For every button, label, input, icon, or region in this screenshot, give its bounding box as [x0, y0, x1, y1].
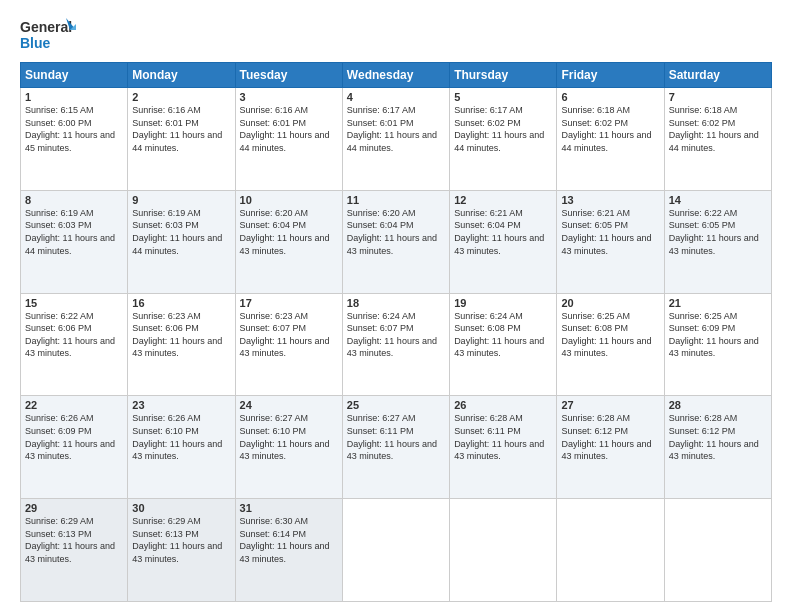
calendar-header-saturday: Saturday [664, 63, 771, 88]
calendar-cell: 10Sunrise: 6:20 AMSunset: 6:04 PMDayligh… [235, 190, 342, 293]
day-number: 6 [561, 91, 659, 103]
calendar-week-1: 1Sunrise: 6:15 AMSunset: 6:00 PMDaylight… [21, 88, 772, 191]
day-info: Sunrise: 6:16 AMSunset: 6:01 PMDaylight:… [132, 105, 222, 153]
day-info: Sunrise: 6:23 AMSunset: 6:06 PMDaylight:… [132, 311, 222, 359]
calendar-cell: 19Sunrise: 6:24 AMSunset: 6:08 PMDayligh… [450, 293, 557, 396]
calendar-cell: 20Sunrise: 6:25 AMSunset: 6:08 PMDayligh… [557, 293, 664, 396]
day-number: 3 [240, 91, 338, 103]
day-number: 17 [240, 297, 338, 309]
calendar-cell: 3Sunrise: 6:16 AMSunset: 6:01 PMDaylight… [235, 88, 342, 191]
day-info: Sunrise: 6:22 AMSunset: 6:06 PMDaylight:… [25, 311, 115, 359]
day-info: Sunrise: 6:28 AMSunset: 6:12 PMDaylight:… [561, 413, 651, 461]
day-number: 12 [454, 194, 552, 206]
day-number: 23 [132, 399, 230, 411]
page: GeneralBlue SundayMondayTuesdayWednesday… [0, 0, 792, 612]
day-number: 16 [132, 297, 230, 309]
day-info: Sunrise: 6:29 AMSunset: 6:13 PMDaylight:… [25, 516, 115, 564]
day-info: Sunrise: 6:28 AMSunset: 6:12 PMDaylight:… [669, 413, 759, 461]
calendar-cell: 5Sunrise: 6:17 AMSunset: 6:02 PMDaylight… [450, 88, 557, 191]
day-number: 24 [240, 399, 338, 411]
day-info: Sunrise: 6:24 AMSunset: 6:07 PMDaylight:… [347, 311, 437, 359]
calendar-cell [450, 499, 557, 602]
calendar-cell: 22Sunrise: 6:26 AMSunset: 6:09 PMDayligh… [21, 396, 128, 499]
calendar-week-5: 29Sunrise: 6:29 AMSunset: 6:13 PMDayligh… [21, 499, 772, 602]
day-number: 26 [454, 399, 552, 411]
calendar-cell: 18Sunrise: 6:24 AMSunset: 6:07 PMDayligh… [342, 293, 449, 396]
day-info: Sunrise: 6:21 AMSunset: 6:04 PMDaylight:… [454, 208, 544, 256]
day-info: Sunrise: 6:27 AMSunset: 6:11 PMDaylight:… [347, 413, 437, 461]
calendar-cell: 24Sunrise: 6:27 AMSunset: 6:10 PMDayligh… [235, 396, 342, 499]
calendar-cell: 16Sunrise: 6:23 AMSunset: 6:06 PMDayligh… [128, 293, 235, 396]
day-info: Sunrise: 6:30 AMSunset: 6:14 PMDaylight:… [240, 516, 330, 564]
calendar-cell: 29Sunrise: 6:29 AMSunset: 6:13 PMDayligh… [21, 499, 128, 602]
calendar-cell: 4Sunrise: 6:17 AMSunset: 6:01 PMDaylight… [342, 88, 449, 191]
calendar-cell [557, 499, 664, 602]
day-info: Sunrise: 6:17 AMSunset: 6:01 PMDaylight:… [347, 105, 437, 153]
day-number: 9 [132, 194, 230, 206]
day-info: Sunrise: 6:29 AMSunset: 6:13 PMDaylight:… [132, 516, 222, 564]
day-number: 10 [240, 194, 338, 206]
day-info: Sunrise: 6:18 AMSunset: 6:02 PMDaylight:… [669, 105, 759, 153]
logo: GeneralBlue [20, 16, 80, 54]
day-number: 25 [347, 399, 445, 411]
calendar-cell: 7Sunrise: 6:18 AMSunset: 6:02 PMDaylight… [664, 88, 771, 191]
calendar-header-friday: Friday [557, 63, 664, 88]
day-number: 5 [454, 91, 552, 103]
day-number: 31 [240, 502, 338, 514]
day-info: Sunrise: 6:25 AMSunset: 6:08 PMDaylight:… [561, 311, 651, 359]
day-info: Sunrise: 6:18 AMSunset: 6:02 PMDaylight:… [561, 105, 651, 153]
calendar-header-row: SundayMondayTuesdayWednesdayThursdayFrid… [21, 63, 772, 88]
logo-svg: GeneralBlue [20, 16, 80, 54]
day-info: Sunrise: 6:17 AMSunset: 6:02 PMDaylight:… [454, 105, 544, 153]
calendar-week-2: 8Sunrise: 6:19 AMSunset: 6:03 PMDaylight… [21, 190, 772, 293]
calendar-cell: 14Sunrise: 6:22 AMSunset: 6:05 PMDayligh… [664, 190, 771, 293]
calendar-cell [664, 499, 771, 602]
calendar-cell: 13Sunrise: 6:21 AMSunset: 6:05 PMDayligh… [557, 190, 664, 293]
day-number: 18 [347, 297, 445, 309]
day-info: Sunrise: 6:20 AMSunset: 6:04 PMDaylight:… [240, 208, 330, 256]
day-info: Sunrise: 6:20 AMSunset: 6:04 PMDaylight:… [347, 208, 437, 256]
calendar-cell: 25Sunrise: 6:27 AMSunset: 6:11 PMDayligh… [342, 396, 449, 499]
calendar-week-3: 15Sunrise: 6:22 AMSunset: 6:06 PMDayligh… [21, 293, 772, 396]
calendar-table: SundayMondayTuesdayWednesdayThursdayFrid… [20, 62, 772, 602]
calendar-cell: 12Sunrise: 6:21 AMSunset: 6:04 PMDayligh… [450, 190, 557, 293]
svg-text:Blue: Blue [20, 35, 51, 51]
calendar-cell [342, 499, 449, 602]
calendar-cell: 23Sunrise: 6:26 AMSunset: 6:10 PMDayligh… [128, 396, 235, 499]
calendar-cell: 26Sunrise: 6:28 AMSunset: 6:11 PMDayligh… [450, 396, 557, 499]
day-number: 14 [669, 194, 767, 206]
calendar-cell: 15Sunrise: 6:22 AMSunset: 6:06 PMDayligh… [21, 293, 128, 396]
day-info: Sunrise: 6:27 AMSunset: 6:10 PMDaylight:… [240, 413, 330, 461]
day-info: Sunrise: 6:21 AMSunset: 6:05 PMDaylight:… [561, 208, 651, 256]
day-info: Sunrise: 6:19 AMSunset: 6:03 PMDaylight:… [132, 208, 222, 256]
day-number: 27 [561, 399, 659, 411]
calendar-header-wednesday: Wednesday [342, 63, 449, 88]
calendar-cell: 31Sunrise: 6:30 AMSunset: 6:14 PMDayligh… [235, 499, 342, 602]
day-info: Sunrise: 6:19 AMSunset: 6:03 PMDaylight:… [25, 208, 115, 256]
day-number: 4 [347, 91, 445, 103]
day-number: 22 [25, 399, 123, 411]
day-number: 29 [25, 502, 123, 514]
day-number: 15 [25, 297, 123, 309]
day-number: 1 [25, 91, 123, 103]
day-number: 8 [25, 194, 123, 206]
calendar-header-thursday: Thursday [450, 63, 557, 88]
day-number: 2 [132, 91, 230, 103]
day-number: 11 [347, 194, 445, 206]
svg-text:General: General [20, 19, 72, 35]
calendar-cell: 2Sunrise: 6:16 AMSunset: 6:01 PMDaylight… [128, 88, 235, 191]
calendar-cell: 9Sunrise: 6:19 AMSunset: 6:03 PMDaylight… [128, 190, 235, 293]
day-number: 21 [669, 297, 767, 309]
day-number: 20 [561, 297, 659, 309]
day-info: Sunrise: 6:23 AMSunset: 6:07 PMDaylight:… [240, 311, 330, 359]
calendar-cell: 11Sunrise: 6:20 AMSunset: 6:04 PMDayligh… [342, 190, 449, 293]
day-number: 19 [454, 297, 552, 309]
day-info: Sunrise: 6:24 AMSunset: 6:08 PMDaylight:… [454, 311, 544, 359]
calendar-cell: 17Sunrise: 6:23 AMSunset: 6:07 PMDayligh… [235, 293, 342, 396]
calendar-cell: 21Sunrise: 6:25 AMSunset: 6:09 PMDayligh… [664, 293, 771, 396]
day-info: Sunrise: 6:25 AMSunset: 6:09 PMDaylight:… [669, 311, 759, 359]
calendar-header-tuesday: Tuesday [235, 63, 342, 88]
calendar-header-monday: Monday [128, 63, 235, 88]
header: GeneralBlue [20, 16, 772, 54]
calendar-week-4: 22Sunrise: 6:26 AMSunset: 6:09 PMDayligh… [21, 396, 772, 499]
